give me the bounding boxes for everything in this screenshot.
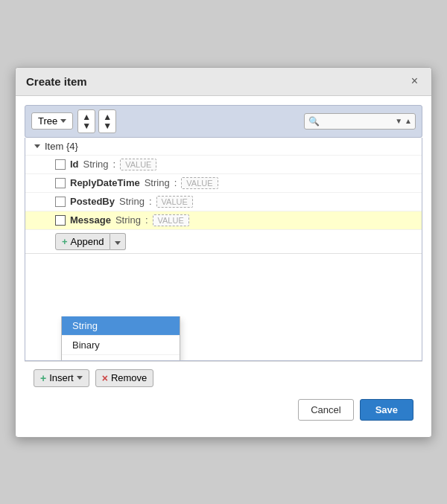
tree-dropdown-arrow-icon bbox=[60, 119, 66, 123]
append-plus-icon: + bbox=[62, 236, 68, 247]
field-name-postedby: PostedBy bbox=[70, 196, 115, 207]
dialog-title: Create item bbox=[26, 75, 87, 88]
remove-icon: × bbox=[102, 372, 108, 384]
table-row: Id String : VALUE bbox=[25, 156, 422, 174]
field-type-id: String bbox=[83, 159, 109, 170]
append-dropdown-arrow-icon bbox=[115, 241, 121, 245]
expand-icon bbox=[34, 144, 40, 148]
dropdown-item-binary[interactable]: Binary bbox=[62, 336, 180, 355]
insert-icon: + bbox=[40, 372, 46, 384]
dialog-body: Tree ▲ ▼ ▲ ▼ 🔍 ▼ ▲ bbox=[16, 96, 431, 437]
save-button[interactable]: Save bbox=[360, 399, 413, 421]
create-item-dialog: Create item × Tree ▲ ▼ ▲ ▼ 🔍 bbox=[15, 67, 432, 438]
field-type-replydatetime: String bbox=[145, 177, 170, 188]
field-type-message: String bbox=[115, 214, 141, 226]
table-row: ReplyDateTime String : VALUE bbox=[25, 174, 422, 193]
tree-dropdown-button[interactable]: Tree bbox=[31, 112, 73, 130]
bottom-area: + Insert × Remove Cancel Save bbox=[25, 361, 422, 428]
tree-area: Item {4} Id String : VALUE ReplyDateTime… bbox=[25, 138, 422, 361]
type-dropdown-menu: String Binary Number StringSet NumberSet… bbox=[61, 316, 180, 361]
sort-buttons: ▲ ▼ ▲ ▼ bbox=[77, 109, 116, 133]
table-row: Message String : VALUE bbox=[25, 211, 422, 230]
root-label: Item {4} bbox=[45, 141, 78, 152]
field-checkbox-message[interactable] bbox=[55, 215, 66, 226]
field-name-replydatetime: ReplyDateTime bbox=[70, 177, 140, 188]
field-checkbox-id[interactable] bbox=[55, 159, 66, 170]
insert-remove-bar: + Insert × Remove bbox=[34, 369, 413, 387]
action-bar: Cancel Save bbox=[34, 393, 413, 421]
search-prev-button[interactable]: ▼ bbox=[394, 117, 403, 125]
append-button[interactable]: + Append bbox=[55, 233, 110, 250]
tree-root-row: Item {4} bbox=[25, 138, 422, 156]
dropdown-item-string[interactable]: String bbox=[62, 316, 180, 336]
search-next-button[interactable]: ▲ bbox=[404, 117, 413, 125]
remove-label: Remove bbox=[111, 372, 147, 383]
close-button[interactable]: × bbox=[408, 75, 421, 87]
field-name-id: Id bbox=[70, 159, 79, 170]
field-value-message[interactable]: VALUE bbox=[153, 214, 189, 226]
field-value-id[interactable]: VALUE bbox=[120, 159, 156, 170]
sort-alt-down-icon: ▼ bbox=[103, 121, 112, 130]
tree-label: Tree bbox=[38, 115, 57, 127]
field-value-postedby[interactable]: VALUE bbox=[156, 196, 193, 208]
append-dropdown-button[interactable] bbox=[110, 233, 126, 250]
sort-up-icon: ▲ bbox=[82, 112, 91, 121]
sort-up-button[interactable]: ▲ ▼ bbox=[77, 109, 95, 133]
search-nav: ▼ ▲ bbox=[394, 117, 413, 125]
table-row: PostedBy String : VALUE bbox=[25, 193, 422, 211]
cancel-button[interactable]: Cancel bbox=[298, 399, 353, 421]
insert-label: Insert bbox=[49, 372, 74, 383]
field-checkbox-replydatetime[interactable] bbox=[55, 178, 66, 188]
search-box: 🔍 ▼ ▲ bbox=[304, 113, 416, 130]
remove-button[interactable]: × Remove bbox=[95, 369, 154, 387]
field-type-postedby: String bbox=[119, 196, 145, 207]
append-label: Append bbox=[71, 236, 104, 247]
append-bar: + Append bbox=[25, 230, 422, 254]
sort-alt-button[interactable]: ▲ ▼ bbox=[98, 109, 116, 133]
field-value-replydatetime[interactable]: VALUE bbox=[181, 177, 218, 189]
field-checkbox-postedby[interactable] bbox=[55, 197, 66, 207]
search-icon: 🔍 bbox=[308, 116, 320, 127]
insert-dropdown-icon bbox=[77, 376, 83, 380]
sort-down-icon: ▼ bbox=[82, 121, 91, 130]
insert-button[interactable]: + Insert bbox=[34, 369, 89, 387]
toolbar: Tree ▲ ▼ ▲ ▼ 🔍 ▼ ▲ bbox=[25, 105, 422, 138]
sort-alt-up-icon: ▲ bbox=[103, 112, 112, 121]
field-name-message: Message bbox=[70, 214, 111, 226]
dialog-header: Create item × bbox=[16, 68, 431, 96]
dropdown-item-number[interactable]: Number bbox=[62, 355, 180, 361]
